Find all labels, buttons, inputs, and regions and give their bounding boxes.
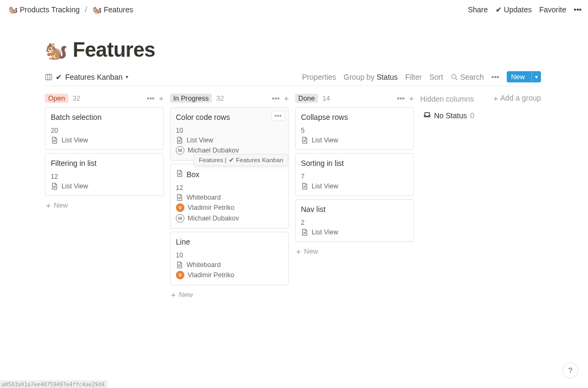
add-card-button[interactable]: +New (170, 288, 289, 301)
card-title: Batch selection (51, 113, 102, 121)
kanban-card[interactable]: Line10WhiteboardVVladimir Petriko (170, 232, 289, 285)
share-button[interactable]: Share (468, 5, 488, 14)
chevron-down-icon[interactable]: ▾ (531, 72, 541, 81)
doc-icon (301, 182, 308, 190)
no-status-group[interactable]: No Status0 (420, 111, 541, 120)
column-more-icon[interactable]: ••• (397, 94, 405, 103)
doc-icon (51, 182, 58, 190)
plus-icon: + (46, 201, 51, 209)
new-button[interactable]: New ▾ (507, 71, 541, 82)
view-more-icon[interactable]: ••• (491, 73, 499, 81)
breadcrumb: 🐿️ Products Tracking / 🐿️ Features (6, 4, 135, 15)
card-property-row: Whiteboard (176, 261, 283, 269)
doc-icon (176, 136, 183, 144)
hidden-columns-label[interactable]: Hidden columns (420, 94, 474, 103)
search-button[interactable]: Search (451, 73, 484, 81)
updates-button[interactable]: ✔ Updates (496, 5, 532, 14)
card-more-icon[interactable]: ••• (271, 111, 285, 121)
group-by-button[interactable]: Group by Status (344, 73, 398, 81)
no-status-count: 0 (470, 111, 474, 120)
breadcrumb-parent[interactable]: 🐿️ Products Tracking (6, 4, 82, 15)
column-header: Open32•••+ (45, 94, 164, 103)
column-add-icon[interactable]: + (159, 94, 164, 102)
card-title: Box (187, 170, 199, 179)
card-number: 12 (176, 184, 283, 192)
search-label: Search (460, 73, 484, 81)
top-actions: Share ✔ Updates Favorite ••• (468, 5, 582, 14)
new-label: New (304, 247, 318, 255)
card-property-label: List View (187, 136, 213, 144)
breadcrumb-current[interactable]: 🐿️ Features (90, 4, 135, 15)
card-property-label: List View (312, 182, 338, 190)
group-by-prefix: Group by (344, 73, 375, 81)
kanban-card[interactable]: Collapse rows5List View (295, 107, 414, 150)
breadcrumb-parent-icon: 🐿️ (9, 6, 18, 13)
card-property-row: List View (176, 136, 283, 144)
status-pill[interactable]: Done (295, 94, 318, 103)
card-property-label: Whiteboard (187, 194, 221, 201)
card-property-label: Whiteboard (187, 261, 221, 269)
card-property-row: List View (51, 136, 158, 144)
page-title[interactable]: Features (73, 39, 155, 62)
checkmark-icon: ✔ (56, 73, 62, 81)
card-property-row: MMichael Dubakov (176, 146, 283, 155)
view-toolbar: ✔ Features Kanban ▾ Properties Group by … (45, 71, 541, 86)
sort-button[interactable]: Sort (429, 73, 443, 81)
card-number: 7 (301, 173, 408, 180)
doc-icon (176, 194, 183, 201)
doc-icon (301, 136, 308, 144)
properties-button[interactable]: Properties (302, 73, 336, 81)
view-switcher[interactable]: ✔ Features Kanban ▾ (45, 73, 128, 81)
filter-button[interactable]: Filter (405, 73, 422, 81)
group-by-value: Status (376, 73, 398, 81)
doc-icon (301, 229, 308, 236)
kanban-card[interactable]: Batch selection20List View (45, 107, 164, 150)
breadcrumb-separator: / (85, 5, 87, 14)
add-card-button[interactable]: +New (295, 245, 414, 257)
avatar: M (176, 146, 184, 155)
kanban-column: Done14•••+Collapse rows5List ViewSorting… (295, 94, 414, 257)
column-more-icon[interactable]: ••• (272, 94, 280, 103)
checkmark-icon: ✔ (229, 156, 234, 164)
card-number: 10 (176, 127, 283, 134)
help-button[interactable]: ? (562, 362, 578, 378)
card-title: Line (176, 238, 190, 246)
card-property-row: List View (301, 136, 408, 144)
title-row: 🐿️ Features (45, 39, 541, 62)
plus-icon: + (296, 247, 301, 255)
column-add-icon[interactable]: + (284, 94, 289, 102)
kanban-card[interactable]: Color code rows10List ViewMMichael Dubak… (170, 107, 289, 161)
kanban-board: Open32•••+Batch selection20List ViewFilt… (45, 94, 541, 301)
add-group-button[interactable]: +Add a group (480, 94, 541, 102)
tooltip-prefix: Features | (199, 157, 227, 163)
footer-hash: a0503a91a7ee40759497e4ffc4ae29d4 (0, 381, 107, 388)
page-icon[interactable]: 🐿️ (45, 40, 67, 61)
column-more-icon[interactable]: ••• (147, 94, 155, 103)
tooltip-viewname: Features Kanban (236, 157, 283, 163)
card-property-row: MMichael Dubakov (176, 214, 283, 223)
status-pill[interactable]: Open (45, 94, 68, 103)
card-number: 2 (301, 219, 408, 226)
card-title: Color code rows (176, 113, 230, 121)
status-pill[interactable]: In Progress (170, 94, 212, 103)
doc-icon (51, 136, 58, 144)
favorite-button[interactable]: Favorite (539, 5, 567, 14)
board-side-panel: Hidden columns+Add a groupNo Status0 (420, 94, 541, 120)
card-title: Collapse rows (301, 113, 348, 121)
avatar: M (176, 214, 184, 223)
more-icon[interactable]: ••• (574, 5, 582, 14)
chevron-down-icon: ▾ (126, 74, 128, 80)
add-card-button[interactable]: +New (45, 199, 164, 211)
kanban-card[interactable]: Box12WhiteboardVVladimir PetrikoMMichael… (170, 164, 289, 229)
column-add-icon[interactable]: + (409, 94, 414, 102)
no-status-label: No Status (434, 111, 467, 120)
card-number: 5 (301, 127, 408, 134)
svg-rect-0 (45, 74, 51, 80)
kanban-card[interactable]: Filtering in list12List View (45, 153, 164, 196)
kanban-card[interactable]: Nav list2List View (295, 199, 414, 242)
svg-point-3 (452, 74, 456, 79)
doc-icon (176, 170, 183, 179)
card-property-row: VVladimir Petriko (176, 203, 283, 212)
kanban-card[interactable]: Sorting in list7List View (295, 153, 414, 196)
breadcrumb-current-label: Features (104, 5, 133, 14)
